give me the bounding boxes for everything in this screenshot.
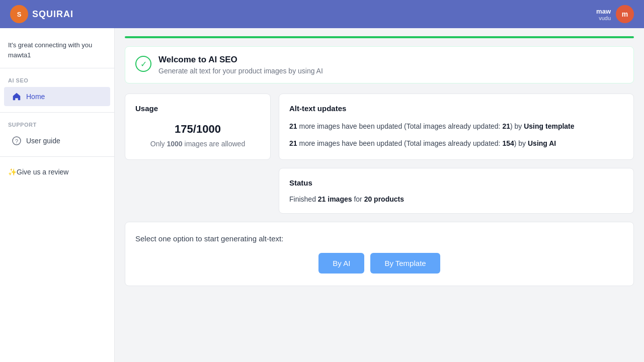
sidebar-section-ai-seo: AI SEO	[0, 74, 114, 86]
welcome-title: Welcome to AI SEO	[158, 55, 323, 65]
main-content: ✓ Welcome to AI SEO Generate alt text fo…	[115, 28, 644, 362]
welcome-subtitle: Generate alt text for your product image…	[158, 67, 323, 75]
sidebar-item-user-guide[interactable]: ? User guide	[4, 131, 110, 150]
generate-label: Select one option to start generating al…	[135, 234, 283, 243]
check-icon: ✓	[135, 56, 151, 72]
alt-text-line-1: 21 more images have been updated (Total …	[289, 121, 623, 132]
sidebar-divider-2	[0, 156, 114, 157]
header: S SQUIRAI maw vudu m	[0, 0, 644, 28]
logo-text: SQUIRAI	[32, 9, 73, 20]
alt-text-card-title: Alt-text updates	[289, 104, 623, 113]
generate-section: Select one option to start generating al…	[125, 222, 634, 286]
usage-numbers: 175/1000	[135, 123, 260, 136]
user-name: maw	[596, 8, 611, 15]
usage-card-title: Usage	[135, 104, 260, 113]
user-info: maw vudu	[596, 8, 611, 21]
welcome-banner: ✓ Welcome to AI SEO Generate alt text fo…	[125, 46, 634, 83]
sidebar-greeting: It's great connecting with you mawta1	[0, 36, 114, 68]
by-ai-button[interactable]: By AI	[318, 253, 364, 274]
sidebar-section-support: SUPPORT	[0, 119, 114, 131]
layout: It's great connecting with you mawta1 AI…	[0, 28, 644, 362]
user-sub: vudu	[596, 15, 611, 21]
sidebar-item-home[interactable]: Home	[4, 87, 110, 106]
sidebar-divider	[0, 112, 114, 113]
usage-card: Usage 175/1000 Only 1000 images are allo…	[125, 94, 271, 160]
sidebar-item-review[interactable]: ✨Give us a review	[0, 163, 114, 181]
question-icon: ?	[12, 136, 21, 145]
top-progress-bar	[125, 36, 634, 38]
cards-row: Usage 175/1000 Only 1000 images are allo…	[125, 94, 634, 160]
sidebar-item-home-label: Home	[26, 93, 45, 101]
home-icon	[12, 92, 21, 101]
svg-text:S: S	[17, 11, 22, 18]
logo: S SQUIRAI	[10, 5, 73, 23]
svg-text:?: ?	[15, 138, 18, 144]
alt-text-card: Alt-text updates 21 more images have bee…	[279, 94, 634, 160]
user-menu[interactable]: maw vudu m	[596, 5, 634, 23]
status-card-title: Status	[289, 178, 623, 187]
usage-description: Only 1000 images are allowed	[135, 140, 260, 148]
logo-icon: S	[10, 5, 28, 23]
generate-buttons: By AI By Template	[318, 253, 440, 274]
avatar: m	[616, 5, 634, 23]
status-card: Status Finished 21 images for 20 product…	[279, 168, 634, 214]
sidebar-item-user-guide-label: User guide	[26, 137, 60, 145]
welcome-text: Welcome to AI SEO Generate alt text for …	[158, 55, 323, 75]
usage-current: 175/1000	[175, 123, 221, 135]
alt-text-line-2: 21 more images have been updated (Total …	[289, 138, 623, 149]
status-line: Finished 21 images for 20 products	[289, 195, 623, 203]
by-template-button[interactable]: By Template	[370, 253, 440, 274]
sidebar: It's great connecting with you mawta1 AI…	[0, 28, 115, 362]
